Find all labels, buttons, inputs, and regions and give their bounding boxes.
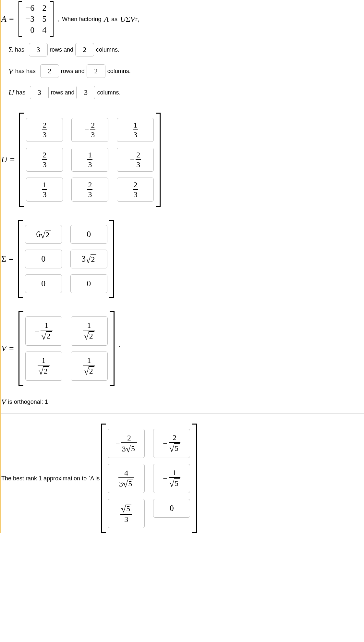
- matrix-cell[interactable]: 0: [153, 499, 190, 518]
- sigma-cols-input[interactable]: 2: [75, 43, 94, 56]
- v-columns: columns.: [107, 68, 131, 75]
- matrix-cell[interactable]: 23: [71, 178, 108, 202]
- matrix-cell[interactable]: 43√5: [108, 464, 145, 493]
- v-dim-row: V has has 2 rows and 2 columns.: [1, 63, 364, 79]
- matrix-cell[interactable]: −23: [117, 148, 154, 172]
- matrix-cell[interactable]: 13: [26, 178, 63, 202]
- sigma-has: has: [15, 46, 24, 53]
- matrix-cell[interactable]: 23: [26, 148, 63, 172]
- factor-U: U: [120, 15, 126, 24]
- matrix-cell[interactable]: 0: [70, 274, 107, 293]
- matrix-cell[interactable]: −2√5: [153, 429, 190, 458]
- matrix-cell[interactable]: 1√2: [71, 352, 108, 381]
- orth-text: is orthogonal: 1: [8, 399, 48, 405]
- matrix-cell[interactable]: √53: [108, 499, 145, 528]
- sigma-matrix-label: Σ: [1, 254, 6, 264]
- sigma-matrix-row: Σ = 6√2003√200: [1, 213, 364, 305]
- orth-V: V: [1, 398, 6, 406]
- v-cols-input[interactable]: 2: [87, 64, 105, 78]
- factor-T: T: [135, 17, 137, 22]
- u-matrix-label: U: [1, 155, 7, 165]
- rank1-matrix-grid: −23√5−2√543√5−1√5√530: [108, 429, 190, 528]
- v-has: has has: [15, 68, 36, 75]
- matrix-cell[interactable]: 0: [25, 250, 62, 268]
- u-dim-row: U has 3 rows and 3 columns.: [1, 84, 364, 101]
- v-matrix-row: V = −1√21√21√21√2 `: [1, 305, 364, 392]
- matrix-cell[interactable]: −23: [71, 118, 108, 142]
- var-A: A: [1, 14, 6, 24]
- orth-row: V is orthogonal: 1: [1, 392, 364, 412]
- equals-sign: =: [9, 14, 14, 24]
- matrix-cell[interactable]: 6√2: [25, 225, 62, 244]
- rank1-text: The best rank 1 approximation to `A is: [1, 475, 100, 482]
- sigma-dim-row: Σ has 3 rows and 2 columns.: [1, 42, 364, 58]
- v-trailing-tick: `: [118, 345, 122, 352]
- u-rows-input[interactable]: 3: [30, 86, 49, 99]
- factor-V: V: [130, 15, 135, 24]
- v-rows-and: rows and: [61, 68, 85, 75]
- u-matrix-bracket: 23−23132313−23132323: [19, 113, 161, 207]
- problem-statement: A = −62 −35 04 . When factoring A as U Σ…: [1, 0, 364, 38]
- rank1-matrix-bracket: −23√5−2√543√5−1√5√530: [101, 424, 197, 533]
- factor-A: A: [104, 15, 109, 24]
- matrix-cell[interactable]: 1√2: [25, 352, 62, 381]
- divider-1: [1, 104, 364, 104]
- divider-2: [1, 414, 364, 414]
- matrix-cell[interactable]: 0: [70, 225, 107, 244]
- matrix-cell[interactable]: 0: [25, 274, 62, 293]
- v-matrix-grid: −1√21√21√21√2: [25, 316, 108, 381]
- comma: ,: [137, 15, 139, 23]
- factor-text-2: as: [111, 16, 117, 23]
- matrix-cell[interactable]: 3√2: [70, 250, 107, 268]
- sigma-columns: columns.: [96, 46, 119, 53]
- v-matrix-label: V: [1, 344, 6, 353]
- rank1-row: The best rank 1 approximation to `A is −…: [1, 416, 364, 533]
- v-label: V: [8, 67, 13, 76]
- matrix-cell[interactable]: 13: [117, 118, 154, 142]
- matrix-cell[interactable]: 1√2: [71, 316, 108, 346]
- sigma-matrix-bracket: 6√2003√200: [18, 220, 114, 298]
- u-has: has: [16, 89, 25, 96]
- u-matrix-grid: 23−23132313−23132323: [26, 118, 154, 202]
- matrix-cell[interactable]: −1√2: [25, 316, 62, 346]
- matrix-cell[interactable]: −23√5: [108, 429, 145, 458]
- u-label: U: [8, 88, 14, 97]
- v-equals: =: [9, 344, 14, 353]
- u-columns: columns.: [97, 89, 120, 96]
- u-matrix-row: U = 23−23132313−23132323: [1, 106, 364, 213]
- matrix-A: −62 −35 04: [18, 1, 54, 37]
- sigma-rows-and: rows and: [50, 46, 73, 53]
- u-rows-and: rows and: [51, 89, 74, 96]
- sigma-rows-input[interactable]: 3: [29, 43, 48, 56]
- matrix-cell[interactable]: 23: [26, 118, 63, 142]
- factor-text-1: When factoring: [62, 16, 101, 23]
- v-rows-input[interactable]: 2: [40, 64, 59, 78]
- matrix-cell[interactable]: 23: [117, 178, 154, 202]
- matrix-cell[interactable]: 13: [71, 148, 108, 172]
- period: .: [57, 15, 59, 23]
- u-equals: =: [10, 155, 15, 165]
- matrix-cell[interactable]: −1√5: [153, 464, 190, 493]
- sigma-equals: =: [9, 254, 14, 264]
- sigma-matrix-grid: 6√2003√200: [25, 225, 107, 293]
- factor-Sigma: Σ: [126, 15, 130, 24]
- u-cols-input[interactable]: 3: [76, 86, 95, 99]
- v-matrix-bracket: −1√21√21√21√2: [18, 311, 115, 386]
- sigma-label: Σ: [8, 45, 13, 54]
